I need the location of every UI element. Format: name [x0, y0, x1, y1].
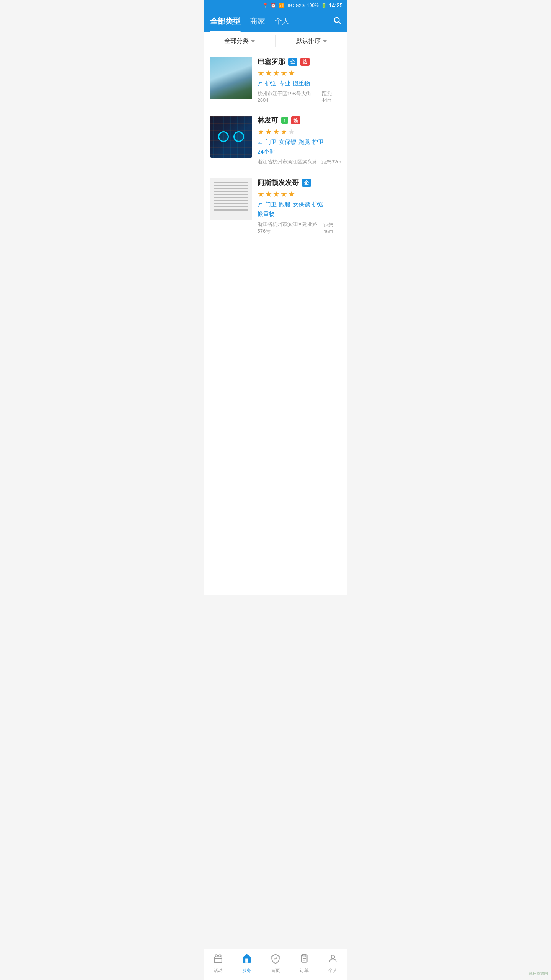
badge-hot-1: 热	[300, 58, 310, 66]
header-tabs: 全部类型 商家 个人	[210, 11, 290, 32]
tag-3-3: 女保镖	[293, 201, 310, 208]
listing-thumbnail-2	[210, 116, 252, 158]
filter-bar: 全部分类 默认排序	[204, 32, 347, 51]
nav-item-profile[interactable]: 个人	[319, 952, 347, 975]
listing-info-1: 巴塞罗那 企 热 ★ ★ ★ ★ ★ 🏷 护送 专业 搬重物 杭州市江干区19B…	[258, 57, 341, 103]
list-item[interactable]: 林发可 ↑ 热 ★ ★ ★ ★ ★ 🏷 门卫 女保镖 跑腿 护卫 24小时 浙江…	[204, 109, 347, 172]
star-5-empty: ★	[288, 127, 295, 136]
tag-1-2: 专业	[279, 80, 290, 87]
tab-all-types[interactable]: 全部类型	[210, 11, 241, 32]
listing-tags-3: 🏷 门卫 跑腿 女保镖 护送 搬重物	[258, 201, 341, 218]
gift-icon	[213, 954, 223, 966]
svg-point-11	[331, 955, 335, 959]
nav-item-orders[interactable]: 订单	[290, 952, 319, 975]
wifi-icon: 📶	[279, 3, 284, 8]
star-4: ★	[280, 189, 287, 199]
tag-3-1: 门卫	[265, 201, 277, 208]
sort-filter[interactable]: 默认排序	[276, 32, 347, 51]
listings-container: 巴塞罗那 企 热 ★ ★ ★ ★ ★ 🏷 护送 专业 搬重物 杭州市江干区19B…	[204, 51, 347, 595]
listing-thumbnail-3	[210, 178, 252, 220]
store-icon	[242, 954, 252, 966]
category-filter[interactable]: 全部分类	[204, 32, 276, 51]
clipboard-icon	[299, 954, 309, 966]
tag-icon-3: 🏷	[258, 202, 263, 208]
battery-icon: 🔋	[321, 3, 327, 8]
star-3: ★	[273, 127, 280, 136]
category-label: 全部分类	[224, 37, 249, 45]
tag-2-4: 护卫	[312, 139, 324, 146]
listing-name-2: 林发可	[258, 116, 278, 125]
list-item[interactable]: 阿斯顿发发哥 企 ★ ★ ★ ★ ★ 🏷 门卫 跑腿 女保镖 护送 搬重物 浙江…	[204, 172, 347, 241]
nav-label-profile: 个人	[328, 967, 337, 974]
star-3: ★	[273, 189, 280, 199]
nav-label-service: 服务	[242, 967, 251, 974]
star-5: ★	[288, 189, 295, 199]
listing-stars-3: ★ ★ ★ ★ ★	[258, 189, 341, 199]
tag-2-2: 女保镖	[279, 139, 296, 146]
star-4: ★	[280, 69, 287, 78]
tag-2-3: 跑腿	[298, 139, 310, 146]
sort-label: 默认排序	[296, 37, 321, 45]
badge-enterprise-1: 企	[288, 58, 297, 66]
badge-enterprise-3: 企	[302, 179, 311, 187]
listing-title-row-3: 阿斯顿发发哥 企	[258, 178, 341, 187]
sort-arrow-icon	[323, 40, 327, 42]
star-1: ★	[258, 189, 264, 199]
tab-personal[interactable]: 个人	[274, 11, 290, 32]
badge-up-2: ↑	[281, 117, 288, 124]
listing-address-row-2: 浙江省杭州市滨江区滨兴路 距您32m	[258, 158, 341, 165]
tag-2-1: 门卫	[265, 139, 277, 146]
listing-title-row-1: 巴塞罗那 企 热	[258, 57, 341, 66]
listing-distance-2: 距您32m	[321, 158, 341, 165]
bottom-nav: 活动 服务 首页	[204, 949, 347, 980]
tag-3-5: 搬重物	[258, 211, 275, 218]
listing-tags-1: 🏷 护送 专业 搬重物	[258, 80, 341, 87]
nav-label-orders: 订单	[300, 967, 309, 974]
star-1: ★	[258, 69, 264, 78]
tab-merchant[interactable]: 商家	[250, 11, 265, 32]
listing-info-2: 林发可 ↑ 热 ★ ★ ★ ★ ★ 🏷 门卫 女保镖 跑腿 护卫 24小时 浙江…	[258, 116, 341, 165]
listing-name-3: 阿斯顿发发哥	[258, 178, 299, 187]
tag-2-5: 24小时	[258, 148, 276, 155]
listing-distance-3: 距您46m	[323, 222, 341, 234]
listing-tags-2: 🏷 门卫 女保镖 跑腿 护卫 24小时	[258, 139, 341, 155]
star-2: ★	[265, 69, 272, 78]
listing-name-1: 巴塞罗那	[258, 57, 285, 66]
listing-info-3: 阿斯顿发发哥 企 ★ ★ ★ ★ ★ 🏷 门卫 跑腿 女保镖 护送 搬重物 浙江…	[258, 178, 341, 235]
listing-address-1: 杭州市江干区19B号大街2604	[258, 90, 322, 103]
battery-label: 100%	[307, 3, 319, 8]
list-item[interactable]: 巴塞罗那 企 热 ★ ★ ★ ★ ★ 🏷 护送 专业 搬重物 杭州市江干区19B…	[204, 51, 347, 109]
search-button[interactable]	[333, 16, 341, 27]
listing-stars-1: ★ ★ ★ ★ ★	[258, 69, 341, 78]
nav-item-service[interactable]: 服务	[233, 952, 261, 975]
location-icon: 📍	[262, 3, 268, 8]
nav-item-activity[interactable]: 活动	[204, 952, 233, 975]
nav-label-activity: 活动	[214, 967, 223, 974]
tag-1-3: 搬重物	[293, 80, 310, 87]
empty-area	[204, 595, 347, 949]
svg-point-0	[334, 17, 339, 22]
tag-icon-2: 🏷	[258, 139, 263, 145]
listing-thumbnail-1	[210, 57, 252, 99]
status-bar: 📍 ⏰ 📶 3G 3G2G 100% 🔋 14:25	[204, 0, 347, 11]
nav-item-home[interactable]: 首页	[261, 952, 290, 975]
person-icon	[328, 954, 338, 966]
time-label: 14:25	[329, 2, 343, 8]
svg-line-1	[339, 22, 341, 24]
listing-title-row-2: 林发可 ↑ 热	[258, 116, 341, 125]
star-4: ★	[280, 127, 287, 136]
tag-3-4: 护送	[312, 201, 324, 208]
star-1: ★	[258, 127, 264, 136]
badge-hot-2: 热	[291, 116, 300, 124]
star-2: ★	[265, 189, 272, 199]
tag-1-1: 护送	[265, 80, 277, 87]
tag-3-2: 跑腿	[279, 201, 290, 208]
listing-address-row-3: 浙江省杭州市滨江区建业路576号 距您46m	[258, 221, 341, 235]
svg-rect-10	[303, 954, 306, 956]
listing-address-2: 浙江省杭州市滨江区滨兴路	[258, 158, 317, 165]
star-3: ★	[273, 69, 280, 78]
star-5: ★	[288, 69, 295, 78]
header: 全部类型 商家 个人	[204, 11, 347, 32]
category-arrow-icon	[251, 40, 255, 42]
signal-label: 3G 3G2G	[287, 3, 305, 8]
